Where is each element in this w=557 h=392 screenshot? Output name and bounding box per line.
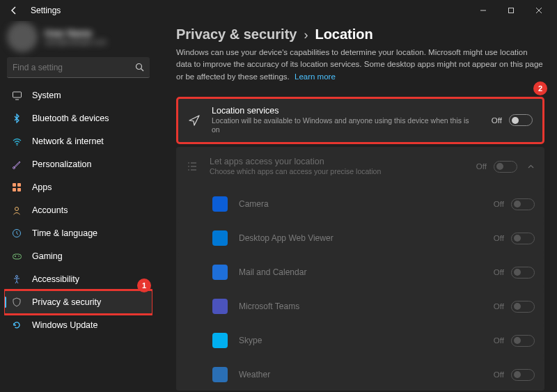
- learn-more-link[interactable]: Learn more: [295, 72, 336, 81]
- app-toggle[interactable]: [511, 198, 535, 210]
- app-icon: [212, 230, 228, 246]
- gaming-icon: [11, 251, 22, 262]
- page-title: Location: [315, 26, 372, 42]
- annotation-badge-2: 2: [533, 81, 547, 95]
- list-icon: [186, 161, 198, 172]
- apps-access-toggle[interactable]: [494, 161, 517, 173]
- setting-subtitle: Choose which apps can access your precis…: [210, 167, 474, 177]
- breadcrumb-parent[interactable]: Privacy & security: [176, 26, 297, 42]
- close-button[interactable]: [525, 1, 553, 20]
- app-row[interactable]: Mail and CalendarOff: [176, 256, 544, 288]
- svg-rect-8: [13, 183, 16, 187]
- toggle-state-label: Off: [492, 116, 502, 125]
- breadcrumb: Privacy & security › Location: [176, 26, 544, 42]
- chevron-up-icon: [527, 163, 535, 171]
- svg-line-3: [141, 69, 144, 72]
- toggle-state-label: Off: [494, 268, 504, 276]
- sidebar-item-label: Accessibility: [32, 274, 79, 284]
- search-icon: [135, 63, 144, 72]
- brush-icon: [11, 159, 22, 170]
- app-row[interactable]: SkypeOff: [176, 324, 544, 356]
- back-button[interactable]: [4, 1, 24, 20]
- sidebar-item-accounts[interactable]: Accounts: [4, 199, 152, 221]
- monitor-icon: [11, 90, 22, 101]
- sidebar-item-label: Bluetooth & devices: [32, 113, 109, 123]
- sidebar-item-label: Gaming: [32, 251, 63, 261]
- svg-point-6: [16, 144, 17, 146]
- sidebar-item-label: Personalization: [32, 159, 91, 169]
- search-input[interactable]: [13, 63, 135, 72]
- app-toggle[interactable]: [511, 335, 535, 347]
- svg-rect-10: [13, 188, 16, 191]
- app-name-label: Desktop App Web Viewer: [239, 233, 494, 243]
- sidebar-item-accessibility[interactable]: Accessibility: [4, 268, 152, 290]
- app-icon: [212, 196, 228, 212]
- toggle-state-label: Off: [494, 302, 504, 311]
- let-apps-header-row[interactable]: Let apps access your location Choose whi…: [176, 147, 544, 186]
- app-icon: [212, 265, 228, 280]
- titlebar: Settings: [0, 0, 557, 21]
- toggle-state-label: Off: [494, 336, 504, 345]
- sidebar-item-system[interactable]: System: [4, 84, 152, 107]
- app-toggle[interactable]: [511, 369, 535, 381]
- svg-rect-4: [13, 92, 21, 97]
- toggle-state-label: Off: [494, 200, 504, 208]
- sidebar-item-label: Privacy & security: [32, 297, 101, 307]
- accounts-icon: [11, 205, 22, 216]
- bluetooth-icon: [11, 113, 22, 124]
- svg-rect-11: [17, 188, 21, 191]
- svg-point-16: [16, 276, 18, 278]
- app-toggle[interactable]: [511, 267, 535, 279]
- app-toggle[interactable]: [511, 233, 535, 244]
- app-row[interactable]: CameraOff: [176, 188, 544, 220]
- app-row[interactable]: WeatherOff: [176, 359, 544, 391]
- minimize-button[interactable]: [469, 1, 497, 20]
- sidebar-item-privacy-security[interactable]: Privacy & security1: [4, 291, 152, 313]
- app-toggle[interactable]: [511, 301, 535, 313]
- sidebar-item-label: System: [32, 91, 61, 100]
- sidebar-item-label: Windows Update: [32, 320, 98, 330]
- toggle-state-label: Off: [494, 370, 504, 379]
- sidebar-item-bluetooth-devices[interactable]: Bluetooth & devices: [4, 107, 152, 130]
- let-apps-access-card: Let apps access your location Choose whi…: [176, 147, 544, 391]
- sidebar-item-time-language[interactable]: Time & language: [4, 222, 152, 244]
- avatar: [7, 22, 38, 52]
- sidebar-item-network-internet[interactable]: Network & internet: [4, 130, 152, 152]
- annotation-badge-1: 1: [137, 279, 151, 292]
- search-box[interactable]: [7, 57, 150, 78]
- toggle-state-label: Off: [494, 234, 504, 242]
- sidebar-item-apps[interactable]: Apps: [4, 176, 152, 198]
- app-name-label: Microsoft Teams: [239, 301, 494, 311]
- svg-point-15: [18, 256, 19, 257]
- chevron-right-icon: ›: [304, 28, 308, 42]
- clock-icon: [11, 228, 22, 239]
- svg-rect-1: [509, 8, 514, 13]
- svg-point-12: [15, 207, 19, 211]
- location-arrow-icon: [188, 114, 201, 127]
- shield-icon: [11, 297, 22, 308]
- app-icon: [212, 333, 228, 348]
- page-description: Windows can use your device's capabiliti…: [176, 47, 544, 83]
- wifi-icon: [11, 136, 22, 147]
- profile-name: User Name: [45, 28, 107, 38]
- sidebar-item-windows-update[interactable]: Windows Update: [4, 314, 152, 336]
- location-services-toggle[interactable]: [509, 114, 533, 126]
- main-panel: Privacy & security › Location Windows ca…: [157, 21, 557, 392]
- profile-email: user@example.com: [45, 38, 107, 46]
- update-icon: [11, 320, 22, 331]
- sidebar-item-label: Network & internet: [32, 136, 104, 146]
- app-name-label: Mail and Calendar: [239, 267, 494, 277]
- app-icon: [212, 367, 228, 382]
- app-row[interactable]: Microsoft TeamsOff: [176, 290, 544, 322]
- sidebar-item-gaming[interactable]: Gaming: [4, 245, 152, 267]
- app-name-label: Camera: [239, 199, 494, 209]
- svg-rect-14: [13, 254, 21, 259]
- app-row[interactable]: Desktop App Web ViewerOff: [176, 222, 544, 254]
- maximize-button[interactable]: [497, 1, 525, 20]
- window-title: Settings: [31, 6, 61, 15]
- sidebar-item-personalization[interactable]: Personalization: [4, 153, 152, 175]
- sidebar: User Name user@example.com SystemBluetoo…: [0, 21, 157, 392]
- sidebar-item-label: Accounts: [32, 205, 68, 215]
- profile-header[interactable]: User Name user@example.com: [7, 21, 150, 53]
- location-services-card[interactable]: Location services Location will be avail…: [176, 97, 544, 144]
